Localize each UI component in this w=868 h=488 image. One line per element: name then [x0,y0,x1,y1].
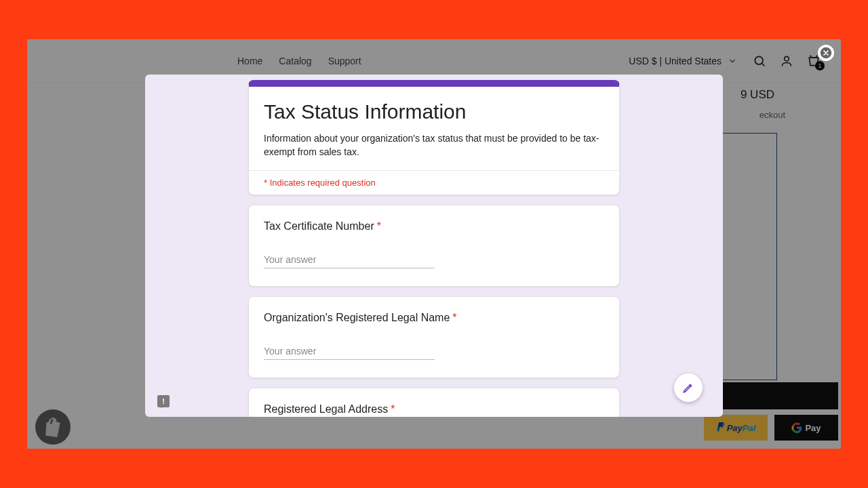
form-header-card: Tax Status Information Information about… [248,80,620,195]
modal-overlay[interactable]: Tax Status Information Information about… [27,39,841,449]
question-text: Organization's Registered Legal Name [264,312,450,324]
tax-certificate-input[interactable] [264,251,435,268]
question-tax-certificate: Tax Certificate Number * [248,205,620,287]
close-icon [820,47,832,59]
form-description: Information about your organization's ta… [264,131,604,159]
question-label: Registered Legal Address * [264,403,604,415]
page-background: Home Catalog Support USD $ | United Stat… [27,39,841,449]
form-modal: Tax Status Information Information about… [145,75,723,417]
legal-name-input[interactable] [264,343,435,360]
report-problem-button[interactable]: ! [157,395,170,407]
question-text: Tax Certificate Number [264,220,374,232]
required-asterisk: * [377,220,381,232]
pencil-icon [682,382,694,394]
question-label: Organization's Registered Legal Name * [264,312,604,324]
exclamation-icon: ! [162,398,165,405]
form-title: Tax Status Information [264,100,604,123]
question-legal-name: Organization's Registered Legal Name * [248,296,620,378]
close-button[interactable] [818,45,834,61]
required-asterisk: * [452,312,456,324]
required-asterisk: * [391,403,395,415]
question-legal-address: Registered Legal Address * [248,388,620,417]
question-label: Tax Certificate Number * [264,220,604,232]
outer-frame: Home Catalog Support USD $ | United Stat… [0,0,868,488]
question-text: Registered Legal Address [264,403,388,415]
modal-scroll-area[interactable]: Tax Status Information Information about… [145,75,723,417]
required-indicator: * Indicates required question [249,170,619,195]
edit-form-button[interactable] [674,373,703,402]
